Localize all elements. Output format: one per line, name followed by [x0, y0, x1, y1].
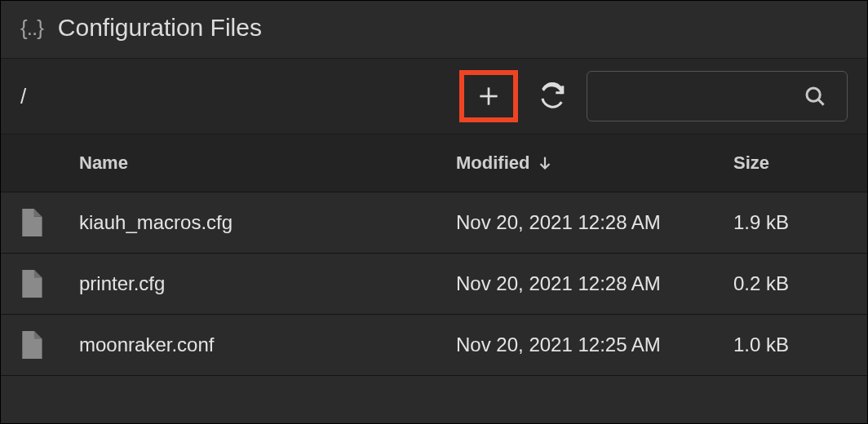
file-size: 1.0 kB [733, 333, 848, 356]
file-size: 1.9 kB [733, 211, 848, 234]
braces-icon: {..} [20, 15, 43, 41]
file-modified: Nov 20, 2021 12:25 AM [456, 333, 733, 356]
table-row[interactable]: printer.cfg Nov 20, 2021 12:28 AM 0.2 kB [1, 254, 867, 315]
file-icon [1, 209, 60, 236]
sort-desc-icon [536, 154, 554, 172]
page-title: Configuration Files [58, 14, 262, 42]
toolbar: / [1, 59, 867, 135]
file-name: kiauh_macros.cfg [60, 211, 456, 234]
column-header-size-label: Size [733, 152, 769, 174]
file-modified: Nov 20, 2021 12:28 AM [456, 211, 733, 234]
search-icon [803, 84, 827, 108]
file-name: printer.cfg [60, 272, 456, 295]
table-header: Name Modified Size [1, 135, 867, 192]
add-button-highlight [459, 70, 518, 122]
add-button[interactable] [472, 80, 505, 113]
plus-icon [476, 83, 502, 109]
column-header-size[interactable]: Size [733, 152, 848, 174]
table-row[interactable]: moonraker.conf Nov 20, 2021 12:25 AM 1.0… [1, 315, 867, 376]
file-icon [1, 270, 60, 298]
column-header-name[interactable]: Name [60, 152, 456, 174]
file-icon [1, 331, 60, 359]
column-header-modified-label: Modified [456, 152, 529, 174]
svg-line-3 [818, 99, 824, 105]
column-header-modified[interactable]: Modified [456, 152, 733, 174]
breadcrumb-path[interactable]: / [20, 84, 448, 109]
column-header-name-label: Name [79, 152, 128, 174]
file-modified: Nov 20, 2021 12:28 AM [456, 272, 733, 295]
config-files-panel: {..} Configuration Files / [0, 0, 868, 424]
file-name: moonraker.conf [60, 333, 456, 356]
table-row[interactable]: kiauh_macros.cfg Nov 20, 2021 12:28 AM 1… [1, 192, 867, 254]
svg-point-2 [807, 88, 820, 101]
refresh-icon [538, 82, 566, 110]
file-rows: kiauh_macros.cfg Nov 20, 2021 12:28 AM 1… [1, 192, 867, 423]
search-input[interactable] [587, 71, 848, 121]
file-size: 0.2 kB [733, 272, 848, 295]
panel-header: {..} Configuration Files [1, 1, 867, 59]
refresh-button[interactable] [529, 73, 575, 119]
